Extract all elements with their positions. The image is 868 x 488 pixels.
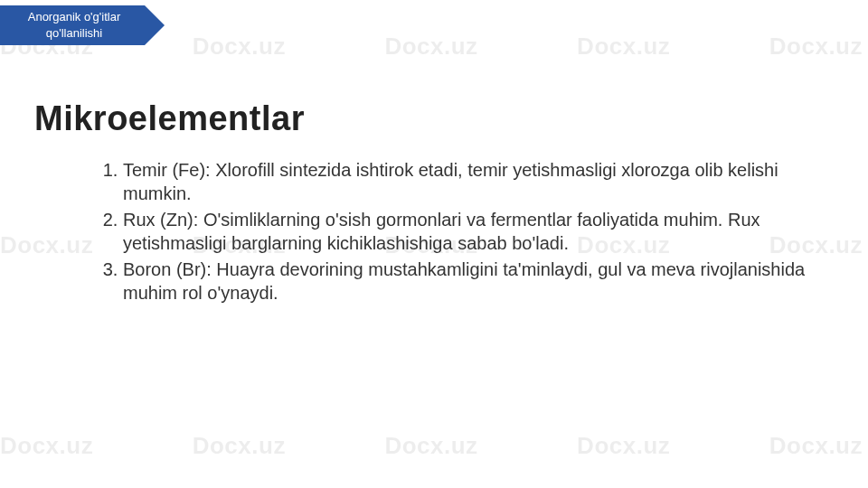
ribbon-body: Anorganik o'g'itlar qo'llanilishi	[0, 5, 145, 45]
ribbon-line-2: qo'llanilishi	[46, 25, 102, 42]
item-lead: Rux (Zn):	[123, 210, 203, 230]
ribbon-arrow-icon	[145, 5, 165, 45]
microelements-list: Temir (Fe): Xlorofill sintezida ishtirok…	[34, 158, 841, 305]
content-area: Mikroelementlar Temir (Fe): Xlorofill si…	[34, 99, 841, 306]
item-body: Huayra devorining mustahkamligini ta'min…	[123, 259, 805, 303]
watermark-text: Docx.uz	[193, 432, 286, 460]
list-item: Temir (Fe): Xlorofill sintezida ishtirok…	[123, 158, 832, 206]
watermark-text: Docx.uz	[0, 432, 93, 460]
watermark-text: Docx.uz	[577, 33, 670, 61]
item-lead: Temir (Fe):	[123, 160, 215, 180]
item-lead: Boron (Br):	[123, 259, 216, 279]
watermark-text: Docx.uz	[769, 33, 863, 61]
list-item: Boron (Br): Huayra devorining mustahkaml…	[123, 258, 832, 305]
watermark-text: Docx.uz	[384, 432, 477, 460]
header-ribbon: Anorganik o'g'itlar qo'llanilishi	[0, 5, 165, 45]
watermark-text: Docx.uz	[384, 33, 477, 61]
item-body: Xlorofill sintezida ishtirok etadi, temi…	[123, 160, 778, 203]
watermark-text: Docx.uz	[577, 432, 670, 460]
ribbon-line-1: Anorganik o'g'itlar	[28, 9, 121, 25]
page-title: Mikroelementlar	[34, 99, 841, 138]
watermark-text: Docx.uz	[193, 33, 286, 61]
list-item: Rux (Zn): O'simliklarning o'sish gormonl…	[123, 208, 832, 256]
watermark-text: Docx.uz	[769, 432, 863, 460]
item-body: O'simliklarning o'sish gormonlari va fer…	[123, 210, 760, 253]
